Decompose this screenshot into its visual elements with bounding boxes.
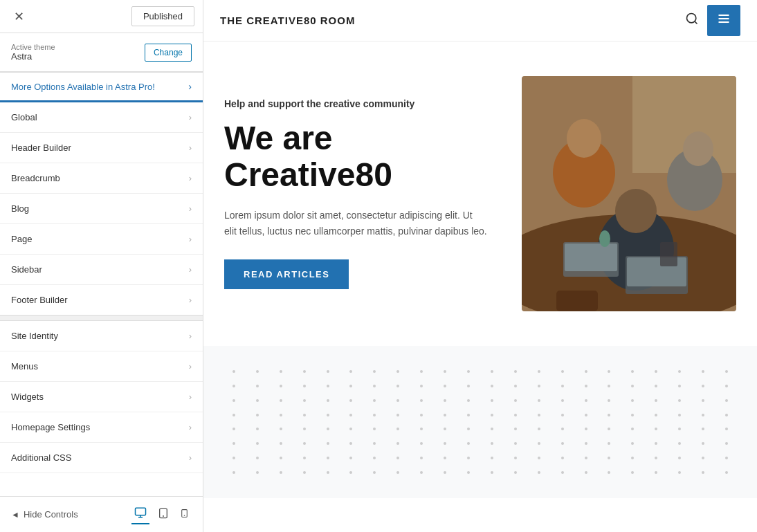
dot bbox=[232, 399, 235, 402]
site-title: THE CREATIVE80 ROOM bbox=[220, 15, 355, 26]
dot bbox=[420, 471, 423, 474]
sidebar-item-additional-css[interactable]: Additional CSS › bbox=[0, 443, 203, 473]
sidebar-item-label: Footer Builder bbox=[11, 295, 68, 305]
dot bbox=[349, 399, 352, 402]
sidebar-item-breadcrumb[interactable]: Breadcrumb › bbox=[0, 163, 203, 194]
change-theme-button[interactable]: Change bbox=[145, 44, 192, 62]
dot bbox=[608, 442, 610, 445]
active-theme-label: Active theme bbox=[11, 43, 55, 51]
sidebar-item-label: Site Identity bbox=[11, 331, 58, 341]
close-button[interactable]: ✕ bbox=[8, 6, 30, 27]
sidebar-item-blog[interactable]: Blog › bbox=[0, 194, 203, 224]
dot bbox=[585, 471, 587, 474]
active-theme-section: Active theme Astra Change bbox=[0, 33, 203, 72]
chevron-right-icon: › bbox=[189, 452, 192, 463]
hero-tagline: Help and support the creative community bbox=[224, 98, 494, 109]
dot bbox=[561, 414, 564, 416]
sidebar-item-widgets[interactable]: Widgets › bbox=[0, 382, 203, 412]
desktop-device-button[interactable] bbox=[131, 505, 149, 524]
dot bbox=[561, 370, 564, 373]
sidebar-item-global[interactable]: Global › bbox=[0, 102, 203, 133]
dot bbox=[232, 385, 235, 387]
read-articles-button[interactable]: READ ARTICLES bbox=[224, 259, 349, 289]
dot bbox=[256, 399, 259, 402]
hamburger-menu-button[interactable] bbox=[707, 5, 740, 36]
sidebar-item-page[interactable]: Page › bbox=[0, 224, 203, 255]
active-theme-name: Astra bbox=[11, 51, 55, 62]
dot bbox=[444, 457, 446, 459]
sidebar-item-footer-builder[interactable]: Footer Builder › bbox=[0, 285, 203, 315]
chevron-right-icon: › bbox=[189, 112, 192, 122]
sidebar-item-label: Homepage Settings bbox=[11, 422, 90, 432]
sidebar-item-header-builder[interactable]: Header Builder › bbox=[0, 133, 203, 163]
dot bbox=[303, 399, 306, 402]
sidebar-menu: Global › Header Builder › Breadcrumb › B… bbox=[0, 102, 203, 496]
dot bbox=[561, 457, 564, 459]
astra-pro-text: More Options Available in Astra Pro! bbox=[11, 82, 155, 92]
preview-area: THE CREATIVE80 ROOM Help and suppor bbox=[203, 0, 757, 532]
dot bbox=[396, 428, 399, 430]
dot bbox=[702, 428, 704, 430]
dot bbox=[256, 457, 259, 459]
tablet-device-button[interactable] bbox=[155, 506, 172, 524]
dot bbox=[444, 399, 446, 402]
sidebar-item-label: Menus bbox=[11, 361, 38, 372]
chevron-right-icon: › bbox=[189, 392, 192, 402]
dot bbox=[538, 385, 540, 387]
chevron-right-icon: › bbox=[189, 173, 192, 183]
published-button[interactable]: Published bbox=[131, 6, 194, 26]
dot bbox=[491, 428, 493, 430]
chevron-right-icon: › bbox=[189, 234, 192, 244]
dot bbox=[373, 414, 376, 416]
dot bbox=[725, 414, 728, 416]
dot bbox=[467, 414, 470, 416]
dot bbox=[303, 457, 306, 459]
dot bbox=[420, 428, 423, 430]
dot bbox=[655, 370, 657, 373]
dot bbox=[232, 428, 235, 430]
dot bbox=[232, 414, 235, 416]
dot bbox=[444, 442, 446, 445]
mobile-device-button[interactable] bbox=[177, 506, 192, 524]
hide-controls-label: Hide Controls bbox=[24, 509, 78, 520]
dot bbox=[256, 385, 259, 387]
dot bbox=[631, 385, 634, 387]
dot bbox=[514, 442, 517, 445]
dot bbox=[631, 471, 634, 474]
dot bbox=[702, 399, 704, 402]
dot bbox=[280, 442, 282, 445]
sidebar-item-menus[interactable]: Menus › bbox=[0, 351, 203, 382]
dot bbox=[608, 370, 610, 373]
dot bbox=[467, 428, 470, 430]
dot bbox=[608, 385, 610, 387]
dot bbox=[678, 370, 681, 373]
astra-pro-banner[interactable]: More Options Available in Astra Pro! › bbox=[0, 72, 203, 102]
svg-line-8 bbox=[695, 21, 697, 24]
chevron-right-icon: › bbox=[189, 422, 192, 432]
dot bbox=[280, 471, 282, 474]
dot bbox=[303, 471, 306, 474]
dot bbox=[327, 385, 329, 387]
dot bbox=[373, 370, 376, 373]
sidebar-bottom-bar: ◄ Hide Controls bbox=[0, 496, 203, 532]
dot bbox=[655, 414, 657, 416]
chevron-right-icon: › bbox=[189, 361, 192, 372]
sidebar-item-sidebar[interactable]: Sidebar › bbox=[0, 255, 203, 285]
dot bbox=[702, 385, 704, 387]
hide-controls-button[interactable]: ◄ Hide Controls bbox=[11, 509, 78, 520]
dot bbox=[232, 457, 235, 459]
dot bbox=[420, 457, 423, 459]
dot bbox=[678, 399, 681, 402]
sidebar-item-site-identity[interactable]: Site Identity › bbox=[0, 321, 203, 351]
dot bbox=[327, 428, 329, 430]
dot bbox=[608, 457, 610, 459]
sidebar-item-homepage-settings[interactable]: Homepage Settings › bbox=[0, 412, 203, 443]
dot bbox=[631, 399, 634, 402]
dot bbox=[655, 471, 657, 474]
dot bbox=[631, 442, 634, 445]
dot bbox=[303, 370, 306, 373]
dot bbox=[303, 385, 306, 387]
dot bbox=[327, 399, 329, 402]
dot bbox=[444, 370, 446, 373]
search-button[interactable] bbox=[685, 12, 699, 29]
